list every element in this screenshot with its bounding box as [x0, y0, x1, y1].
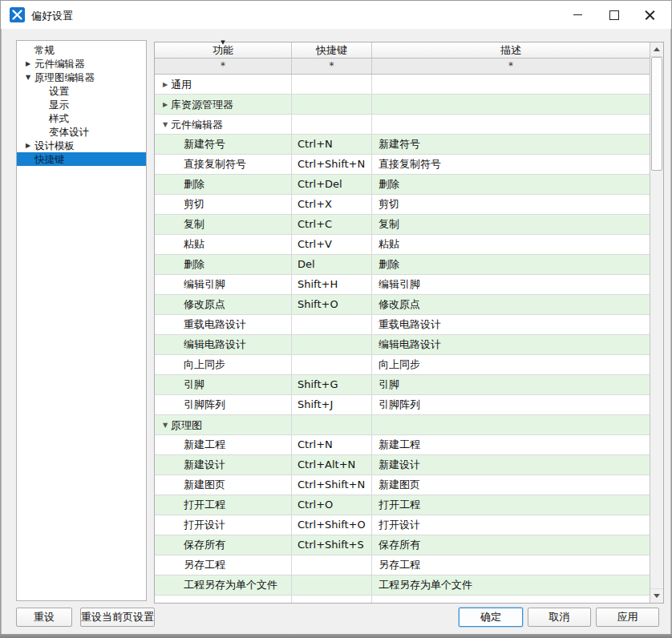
function-cell[interactable]: 打开设计: [155, 515, 292, 535]
shortcut-cell[interactable]: Ctrl+Alt+N: [292, 455, 372, 474]
column-header-shortcut[interactable]: 快捷键: [292, 42, 372, 58]
shortcut-cell[interactable]: Ctrl+O: [292, 495, 372, 515]
filter-cell-description[interactable]: *: [372, 59, 650, 74]
shortcut-cell[interactable]: [292, 95, 372, 114]
shortcut-cell[interactable]: Ctrl+N: [292, 435, 372, 454]
function-cell[interactable]: 引脚阵列: [155, 395, 292, 414]
function-cell[interactable]: ▶库资源管理器: [155, 95, 292, 114]
function-cell[interactable]: 删除: [155, 175, 292, 194]
description-cell[interactable]: [372, 415, 650, 434]
shortcut-cell[interactable]: Shift+G: [292, 375, 372, 394]
function-cell[interactable]: 删除: [155, 255, 292, 274]
shortcut-cell[interactable]: Ctrl+Del: [292, 175, 372, 194]
description-cell[interactable]: 打开工程: [372, 495, 650, 515]
table-row[interactable]: 编辑引脚Shift+H编辑引脚: [155, 275, 650, 295]
shortcut-cell[interactable]: [292, 315, 372, 334]
filter-cell-shortcut[interactable]: *: [292, 59, 372, 74]
table-row[interactable]: 向上同步向上同步: [155, 355, 650, 375]
close-button[interactable]: [632, 1, 668, 29]
shortcut-cell[interactable]: Ctrl+Shift+S: [292, 535, 372, 555]
shortcut-cell[interactable]: [292, 555, 372, 575]
function-cell[interactable]: 另存工程: [155, 555, 292, 575]
description-cell[interactable]: [372, 596, 650, 603]
table-row[interactable]: 另存工程另存工程: [155, 555, 650, 575]
table-row[interactable]: 打开设计Ctrl+Shift+O打开设计: [155, 515, 650, 535]
sidebar-item-node[interactable]: ▼原理图编辑器: [17, 71, 146, 84]
group-row[interactable]: ▶通用: [155, 75, 650, 95]
group-row[interactable]: ▼元件编辑器: [155, 115, 650, 135]
shortcut-cell[interactable]: [292, 415, 372, 434]
function-cell[interactable]: [155, 596, 292, 603]
scrollbar-thumb[interactable]: [651, 57, 662, 171]
shortcut-cell[interactable]: Ctrl+N: [292, 135, 372, 154]
group-row[interactable]: ▼原理图: [155, 415, 650, 435]
function-cell[interactable]: 引脚: [155, 375, 292, 394]
function-cell[interactable]: 新建符号: [155, 135, 292, 154]
minimize-button[interactable]: [560, 1, 596, 29]
chevron-right-icon[interactable]: ▶: [23, 57, 33, 71]
function-cell[interactable]: 编辑电路设计: [155, 335, 292, 354]
description-cell[interactable]: 保存所有: [372, 535, 650, 555]
description-cell[interactable]: 粘贴: [372, 235, 650, 254]
table-row[interactable]: 修改原点Shift+O修改原点: [155, 295, 650, 315]
scroll-down-button[interactable]: [650, 588, 663, 603]
function-cell[interactable]: 修改原点: [155, 295, 292, 314]
description-cell[interactable]: 工程另存为单个文件: [372, 575, 650, 595]
shortcut-cell[interactable]: [292, 575, 372, 595]
description-cell[interactable]: 引脚: [372, 375, 650, 394]
function-cell[interactable]: 直接复制符号: [155, 155, 292, 174]
description-cell[interactable]: 直接复制符号: [372, 155, 650, 174]
description-cell[interactable]: 新建图页: [372, 475, 650, 495]
table-row[interactable]: 删除Del删除: [155, 255, 650, 275]
description-cell[interactable]: 剪切: [372, 195, 650, 214]
function-cell[interactable]: 复制: [155, 215, 292, 234]
shortcut-cell[interactable]: Ctrl+C: [292, 215, 372, 234]
table-row[interactable]: 编辑电路设计编辑电路设计: [155, 335, 650, 355]
description-cell[interactable]: 打开设计: [372, 515, 650, 535]
function-cell[interactable]: 打开工程: [155, 495, 292, 515]
function-cell[interactable]: ▶通用: [155, 75, 292, 94]
function-cell[interactable]: 向上同步: [155, 355, 292, 374]
shortcut-cell[interactable]: Shift+O: [292, 295, 372, 314]
shortcut-cell[interactable]: Shift+J: [292, 395, 372, 414]
function-cell[interactable]: 工程另存为单个文件: [155, 575, 292, 595]
description-cell[interactable]: 另存工程: [372, 555, 650, 575]
description-cell[interactable]: 编辑电路设计: [372, 335, 650, 354]
shortcut-cell[interactable]: [292, 335, 372, 354]
description-cell[interactable]: 引脚阵列: [372, 395, 650, 414]
column-header-description[interactable]: 描述: [372, 42, 650, 58]
vertical-scrollbar[interactable]: [650, 42, 663, 603]
expand-group-icon[interactable]: ▶: [160, 75, 171, 95]
description-cell[interactable]: [372, 95, 650, 114]
table-row[interactable]: 工程另存为单个文件工程另存为单个文件: [155, 575, 650, 596]
cancel-button[interactable]: 取消: [528, 608, 591, 627]
shortcut-cell[interactable]: [292, 115, 372, 134]
table-row[interactable]: 新建符号Ctrl+N新建符号: [155, 135, 650, 155]
description-cell[interactable]: 删除: [372, 255, 650, 274]
function-cell[interactable]: 剪切: [155, 195, 292, 214]
table-row[interactable]: 新建工程Ctrl+N新建工程: [155, 435, 650, 455]
shortcut-cell[interactable]: [292, 75, 372, 94]
collapse-group-icon[interactable]: ▼: [160, 416, 171, 435]
titlebar[interactable]: 偏好设置: [1, 1, 671, 29]
table-row[interactable]: 引脚阵列Shift+J引脚阵列: [155, 395, 650, 415]
shortcut-cell[interactable]: Shift+H: [292, 275, 372, 294]
table-row[interactable]: 复制Ctrl+C复制: [155, 215, 650, 235]
table-row[interactable]: 剪切Ctrl+X剪切: [155, 195, 650, 215]
function-cell[interactable]: 新建设计: [155, 455, 292, 474]
function-cell[interactable]: 新建图页: [155, 475, 292, 495]
shortcut-cell[interactable]: [292, 596, 372, 603]
function-cell[interactable]: 编辑引脚: [155, 275, 292, 294]
table-row[interactable]: 删除Ctrl+Del删除: [155, 175, 650, 195]
function-cell[interactable]: 粘贴: [155, 235, 292, 254]
shortcut-cell[interactable]: Ctrl+Shift+N: [292, 475, 372, 495]
expand-group-icon[interactable]: ▶: [160, 95, 171, 115]
description-cell[interactable]: [372, 75, 650, 94]
ok-button[interactable]: 确定: [459, 608, 523, 627]
function-cell[interactable]: 新建工程: [155, 435, 292, 454]
description-cell[interactable]: 向上同步: [372, 355, 650, 374]
scroll-up-button[interactable]: [650, 42, 663, 57]
description-cell[interactable]: 删除: [372, 175, 650, 194]
description-cell[interactable]: 修改原点: [372, 295, 650, 314]
collapse-group-icon[interactable]: ▼: [160, 115, 171, 135]
